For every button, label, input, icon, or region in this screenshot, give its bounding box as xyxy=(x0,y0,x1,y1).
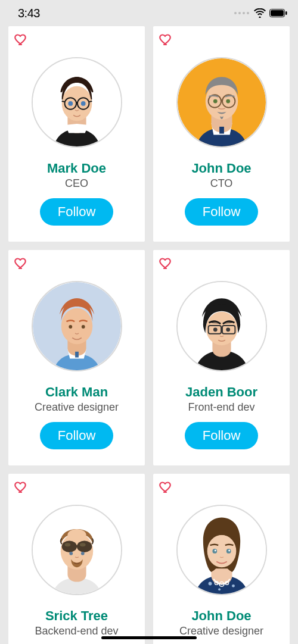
svg-point-43 xyxy=(208,582,212,586)
svg-point-28 xyxy=(226,327,230,332)
svg-point-27 xyxy=(213,327,217,332)
svg-point-46 xyxy=(207,535,236,568)
heart-icon[interactable] xyxy=(159,256,173,270)
people-grid: Mark Doe CEO Follow xyxy=(0,26,298,644)
battery-icon xyxy=(269,9,287,17)
person-role: Creative designer xyxy=(35,401,119,414)
person-role: Front-end dev xyxy=(188,401,254,414)
avatar xyxy=(176,505,267,595)
svg-rect-1 xyxy=(271,10,284,16)
person-name: Mark Doe xyxy=(47,161,106,176)
heart-icon[interactable] xyxy=(14,32,29,46)
svg-line-10 xyxy=(61,101,64,102)
svg-point-15 xyxy=(226,99,230,104)
person-role: Backend-end dev xyxy=(35,625,118,637)
follow-button[interactable]: Follow xyxy=(40,422,114,449)
avatar xyxy=(176,281,267,371)
avatar xyxy=(32,281,122,371)
status-bar: 3:43 xyxy=(0,0,298,26)
person-name: John Doe xyxy=(191,161,251,176)
heart-icon[interactable] xyxy=(159,480,173,494)
person-card: Mark Doe CEO Follow xyxy=(8,26,145,242)
person-card: John Doe Creative designer Follow xyxy=(153,474,290,644)
svg-point-14 xyxy=(213,99,217,104)
person-name: Jaden Boor xyxy=(185,384,257,400)
signal-dots-icon xyxy=(234,12,249,14)
svg-rect-24 xyxy=(75,352,79,358)
person-role: Creative designer xyxy=(179,625,263,637)
svg-point-49 xyxy=(214,550,216,552)
svg-point-50 xyxy=(228,550,230,552)
follow-button[interactable]: Follow xyxy=(185,198,259,226)
heart-icon[interactable] xyxy=(159,32,173,46)
avatar xyxy=(32,505,122,595)
svg-point-45 xyxy=(218,588,221,590)
svg-point-37 xyxy=(64,543,70,546)
home-indicator[interactable] xyxy=(101,636,197,639)
svg-point-21 xyxy=(61,308,92,344)
follow-button[interactable]: Follow xyxy=(185,422,259,449)
svg-point-23 xyxy=(81,325,85,329)
heart-icon[interactable] xyxy=(14,480,29,494)
svg-point-34 xyxy=(67,529,86,540)
status-right xyxy=(234,8,287,18)
svg-point-44 xyxy=(232,584,235,587)
person-role: CEO xyxy=(65,177,88,190)
person-name: Clark Man xyxy=(45,384,108,400)
follow-button[interactable]: Follow xyxy=(40,198,114,226)
person-role: CTO xyxy=(210,177,233,190)
svg-point-36 xyxy=(77,540,92,552)
svg-point-22 xyxy=(69,325,72,329)
svg-point-40 xyxy=(69,552,73,555)
person-card: John Doe CTO Follow xyxy=(153,26,290,242)
svg-point-6 xyxy=(80,101,85,106)
person-card: Clark Man Creative designer Follow xyxy=(8,250,145,465)
person-name: John Doe xyxy=(191,608,251,624)
status-time: 3:43 xyxy=(18,7,40,20)
svg-point-41 xyxy=(80,552,84,555)
svg-line-11 xyxy=(89,101,92,102)
svg-rect-2 xyxy=(285,11,287,15)
person-card: Jaden Boor Front-end dev Follow xyxy=(153,250,290,465)
svg-point-35 xyxy=(61,540,76,552)
person-name: Srick Tree xyxy=(45,608,108,624)
person-card: Srick Tree Backend-end dev Follow xyxy=(8,474,145,644)
heart-icon[interactable] xyxy=(14,256,29,270)
svg-point-5 xyxy=(68,101,73,106)
avatar xyxy=(176,57,267,148)
svg-point-38 xyxy=(79,543,85,546)
svg-rect-19 xyxy=(219,127,224,134)
wifi-icon xyxy=(254,8,266,18)
avatar xyxy=(32,57,122,148)
